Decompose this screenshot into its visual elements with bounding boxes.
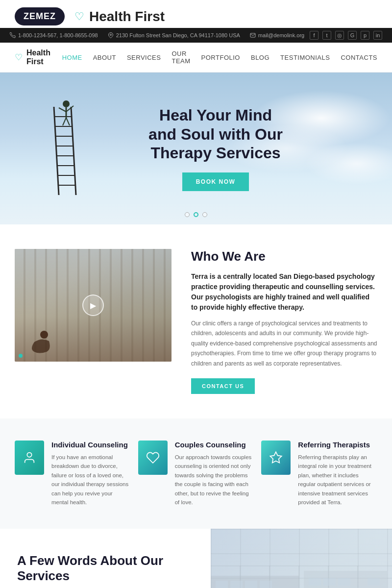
nav-contacts[interactable]: CONTACTS — [341, 54, 377, 61]
hero-content: Heal Your Mind and Soul with Our Therapy… — [148, 106, 283, 191]
contact-us-button-1[interactable]: CONTACT US — [191, 378, 255, 394]
logo-text: Health First — [26, 49, 62, 66]
hero-dot-3[interactable] — [202, 212, 207, 217]
who-we-are-content: Who We Are Terra is a centrally located … — [191, 249, 377, 394]
referring-icon-box — [261, 441, 291, 475]
who-we-are-bold: Terra is a centrally located San Diego-b… — [191, 271, 377, 313]
social-links[interactable]: f t ◎ G p in — [310, 31, 382, 40]
phone-numbers: 1-800-1234-567, 1-800-8655-098 — [18, 32, 98, 38]
svg-line-2 — [71, 107, 76, 195]
green-indicator — [19, 354, 23, 358]
svg-rect-35 — [230, 581, 243, 588]
phone-info: 1-800-1234-567, 1-800-8655-098 — [10, 32, 98, 38]
svg-point-17 — [40, 331, 48, 339]
logo-heart-icon: ♡ — [15, 52, 23, 63]
nav-portfolio[interactable]: PORTFOLIO — [201, 54, 240, 61]
site-preview-title: Health First — [89, 9, 165, 24]
services-section: Individual Counseling If you have an emo… — [0, 418, 392, 529]
hero-section: Heal Your Mind and Soul with Our Therapy… — [0, 73, 392, 224]
site-header: ♡ Health First HOME ABOUT SERVICES OUR T… — [0, 43, 392, 73]
couples-title: Couples Counseling — [175, 441, 254, 449]
social-twitter[interactable]: t — [322, 31, 331, 40]
svg-line-15 — [63, 118, 66, 125]
heart-icon: ♡ — [74, 10, 84, 23]
svg-rect-34 — [216, 581, 228, 588]
hero-dot-2[interactable] — [194, 212, 198, 217]
svg-line-13 — [59, 108, 66, 112]
svg-marker-19 — [270, 452, 282, 463]
top-bar-left: 1-800-1234-567, 1-800-8655-098 2130 Fult… — [10, 32, 304, 38]
who-we-are-description: Our clinic offers a range of psychologic… — [191, 318, 377, 368]
svg-line-16 — [66, 118, 70, 125]
individual-icon-box — [15, 441, 44, 475]
svg-point-11 — [63, 100, 70, 107]
email-info: mail@demolink.org — [250, 32, 304, 38]
hero-dot-1[interactable] — [185, 212, 190, 217]
about-services-text: A Few Words About Our Services Terra off… — [0, 529, 211, 588]
svg-rect-44 — [309, 578, 321, 586]
svg-point-18 — [27, 452, 31, 457]
svg-rect-45 — [323, 578, 336, 586]
svg-rect-46 — [338, 578, 350, 586]
zemez-logo: ZEMEZ — [15, 7, 65, 25]
social-linkedin[interactable]: in — [373, 31, 382, 40]
individual-desc: If you have an emotional breakdown due t… — [51, 453, 131, 507]
hero-pagination — [185, 212, 207, 217]
individual-counseling-text: Individual Counseling If you have an emo… — [51, 441, 131, 507]
referring-therapists-text: Referring Therapists Referring therapist… — [298, 441, 377, 507]
email-text: mail@demolink.org — [258, 32, 304, 38]
about-services-section: A Few Words About Our Services Terra off… — [0, 529, 392, 588]
about-services-heading: A Few Words About Our Services — [17, 553, 194, 584]
svg-rect-47 — [368, 578, 380, 586]
address-info: 2130 Fulton Street San Diego, CA 94117-1… — [108, 32, 240, 38]
nav-our-team[interactable]: OUR TEAM — [172, 50, 190, 65]
social-googleplus[interactable]: G — [348, 31, 357, 40]
hero-headline: Heal Your Mind and Soul with Our Therapy… — [148, 106, 283, 162]
nav-blog[interactable]: BLOG — [251, 54, 270, 61]
couples-desc: Our approach towards couples counseling … — [175, 453, 254, 507]
play-button[interactable]: ▶ — [82, 294, 104, 316]
main-nav: HOME ABOUT SERVICES OUR TEAM PORTFOLIO B… — [62, 50, 377, 65]
who-we-are-heading: Who We Are — [191, 249, 377, 264]
referring-desc: Referring therapists play an integral ro… — [298, 453, 377, 507]
couples-counseling-text: Couples Counseling Our approach towards … — [175, 441, 254, 507]
book-now-button[interactable]: BOOK NOW — [182, 172, 249, 191]
svg-point-0 — [110, 34, 111, 36]
preview-banner: ZEMEZ ♡ Health First — [0, 0, 392, 28]
nav-testimonials[interactable]: TESTIMONIALS — [280, 54, 330, 61]
couples-icon-box — [138, 441, 168, 475]
who-we-are-section: ▶ Who We Are Terra is a centrally locate… — [0, 224, 392, 418]
svg-rect-37 — [260, 581, 272, 588]
social-pinterest[interactable]: p — [361, 31, 369, 40]
svg-line-1 — [54, 107, 59, 195]
individual-title: Individual Counseling — [51, 441, 131, 449]
service-card-couples: Couples Counseling Our approach towards … — [138, 441, 254, 507]
svg-rect-36 — [245, 581, 257, 588]
address-text: 2130 Fulton Street San Diego, CA 94117-1… — [116, 32, 240, 38]
site-title-area: ♡ Health First — [74, 9, 165, 24]
nav-services[interactable]: SERVICES — [127, 54, 161, 61]
star-icon — [269, 451, 283, 465]
person-sitting-svg — [211, 529, 392, 588]
service-card-individual: Individual Counseling If you have an emo… — [15, 441, 131, 507]
social-instagram[interactable]: ◎ — [335, 31, 344, 40]
logo: ♡ Health First — [15, 49, 62, 66]
person-icon — [23, 451, 36, 465]
nav-about[interactable]: ABOUT — [93, 54, 116, 61]
nav-home[interactable]: HOME — [62, 54, 82, 61]
social-facebook[interactable]: f — [310, 31, 318, 40]
top-bar: 1-800-1234-567, 1-800-8655-098 2130 Fult… — [0, 28, 392, 43]
hero-ladder-image — [49, 97, 88, 224]
referring-title: Referring Therapists — [298, 441, 377, 449]
who-we-are-image: ▶ — [15, 249, 172, 362]
heart-counseling-icon — [146, 451, 160, 465]
service-card-referring: Referring Therapists Referring therapist… — [261, 441, 377, 507]
about-services-image — [211, 529, 392, 588]
